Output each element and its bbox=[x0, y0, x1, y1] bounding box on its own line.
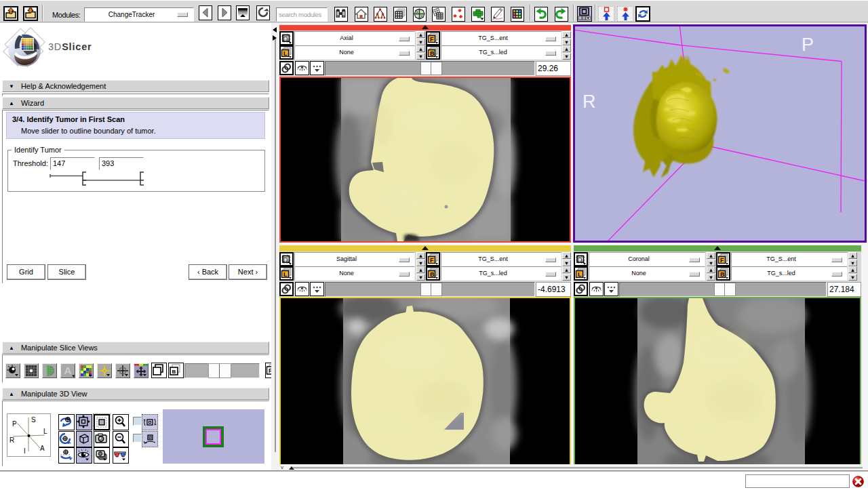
svg-text:A: A bbox=[40, 445, 45, 452]
svg-text:I: I bbox=[24, 447, 26, 455]
svg-text:F: F bbox=[720, 257, 724, 264]
svg-text:B: B bbox=[172, 369, 176, 375]
svg-text:L: L bbox=[43, 428, 47, 435]
svg-text:S: S bbox=[31, 416, 36, 424]
svg-text:B: B bbox=[720, 271, 725, 278]
svg-text:L: L bbox=[283, 50, 288, 57]
svg-text:F: F bbox=[430, 257, 434, 264]
svg-text:B: B bbox=[430, 271, 435, 278]
svg-text:L: L bbox=[578, 271, 582, 278]
svg-text:P: P bbox=[802, 35, 814, 55]
svg-text:F: F bbox=[430, 36, 434, 43]
svg-text:P: P bbox=[12, 420, 17, 428]
svg-text:L: L bbox=[283, 271, 288, 278]
svg-text:B: B bbox=[430, 50, 435, 57]
svg-text:R: R bbox=[9, 436, 14, 444]
svg-text:R: R bbox=[583, 91, 596, 112]
